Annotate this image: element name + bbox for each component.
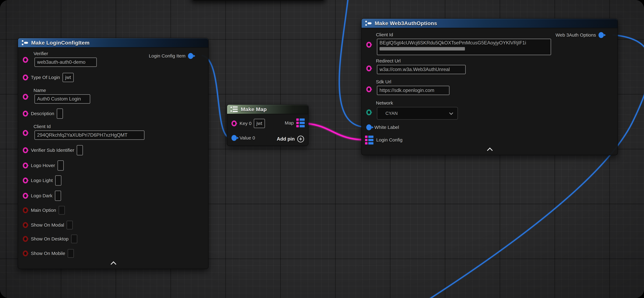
verifier-pin[interactable] — [23, 57, 28, 63]
node-title: Make LoginConfigItem — [31, 40, 90, 46]
key0-label: Key 0 — [240, 121, 252, 126]
white-label-label: White Label — [374, 125, 399, 130]
logo-hover-pin[interactable] — [23, 162, 28, 168]
main-option-checkbox[interactable] — [58, 206, 65, 214]
make-struct-icon — [22, 40, 28, 46]
name-label: Name — [34, 88, 90, 93]
logo-light-input[interactable] — [55, 175, 62, 186]
show-on-modal-label: Show On Modal — [31, 222, 64, 228]
node-make-loginconfigitem: Make LoginConfigItem Login Config Item V… — [18, 38, 208, 269]
node-title: Make Web3AuthOptions — [375, 20, 437, 26]
network-dropdown-value: CYAN — [386, 111, 398, 116]
w3a-client-id-text: BEglQSgt4cUWcj6SKRdu5QkOXTsePmMcusG5EAoy… — [380, 40, 526, 46]
node-title: Make Map — [241, 106, 267, 112]
network-pin[interactable] — [366, 110, 372, 115]
verifier-sub-identifier-pin[interactable] — [23, 147, 28, 153]
w3a-client-id-scrollbar[interactable] — [380, 47, 465, 50]
add-pin-icon[interactable]: + — [297, 136, 304, 142]
show-on-mobile-checkbox[interactable] — [68, 249, 74, 258]
add-pin-label: Add pin — [277, 136, 295, 142]
node-make-web3authoptions: Make Web3AuthOptions Web 3Auth Options C… — [361, 18, 618, 155]
logo-hover-input[interactable] — [58, 160, 64, 171]
verifier-input[interactable]: web3auth-auth0-demo — [34, 58, 97, 67]
logo-hover-label: Logo Hover — [31, 163, 55, 168]
login-config-item-output-label: Login Config Item — [149, 53, 186, 58]
redirect-url-input[interactable]: w3a://com.w3a.Web3AuthUnreal — [377, 65, 466, 74]
logo-dark-label: Logo Dark — [31, 193, 52, 198]
login-config-pin[interactable] — [365, 136, 374, 144]
logo-light-pin[interactable] — [23, 178, 28, 184]
chevron-down-icon — [449, 111, 453, 115]
show-on-mobile-pin[interactable] — [23, 250, 28, 256]
sdk-url-pin[interactable] — [366, 86, 372, 92]
type-of-login-pin[interactable] — [23, 74, 28, 80]
redirect-url-pin[interactable] — [366, 66, 372, 72]
map-output-label: Map — [285, 120, 294, 126]
web3auth-options-output-label: Web 3Auth Options — [556, 32, 596, 38]
sdk-url-label: Sdk Url — [376, 79, 450, 84]
verifier-sub-identifier-label: Verifier Sub Identifier — [31, 148, 74, 153]
node-make-map-header[interactable]: Make Map — [227, 105, 308, 114]
show-on-desktop-pin[interactable] — [23, 236, 28, 242]
login-config-label: Login Config — [376, 137, 402, 142]
client-id-input[interactable]: 294QRkchfq2YaXUbPri7D6PH7xzHgQMT — [34, 130, 144, 140]
main-option-pin[interactable] — [23, 207, 28, 213]
show-on-desktop-label: Show On Desktop — [31, 236, 68, 242]
key0-pin[interactable] — [232, 120, 237, 126]
node-make-web3authoptions-header[interactable]: Make Web3AuthOptions — [362, 19, 618, 28]
value0-label: Value 0 — [240, 135, 255, 140]
make-struct-icon — [365, 20, 372, 26]
name-input[interactable]: Auth0 Custom Login — [34, 94, 90, 104]
value0-pin[interactable] — [232, 135, 237, 141]
wire-map-to-loginconfig-glow — [305, 124, 364, 140]
show-on-modal-checkbox[interactable] — [66, 221, 73, 230]
show-on-desktop-checkbox[interactable] — [71, 234, 77, 243]
logo-dark-input[interactable] — [55, 190, 61, 201]
w3a-client-id-label: Client Id — [376, 32, 551, 38]
client-id-pin[interactable] — [23, 130, 28, 136]
offscreen-node-edge — [192, 0, 325, 0]
show-on-modal-pin[interactable] — [23, 222, 28, 228]
verifier-label: Verifier — [34, 51, 97, 56]
verifier-sub-identifier-input[interactable] — [77, 145, 83, 156]
collapse-chevron-icon[interactable] — [111, 261, 116, 267]
node-make-map: Make Map Key 0 jwt Map Value 0 Add pin + — [227, 104, 308, 146]
logo-dark-pin[interactable] — [23, 193, 28, 199]
sdk-url-input[interactable]: https://sdk.openlogin.com — [377, 86, 450, 95]
w3a-client-id-input[interactable]: BEglQSgt4cUWcj6SKRdu5QkOXTsePmMcusG5EAoy… — [377, 39, 551, 55]
description-label: Description — [31, 111, 54, 116]
show-on-mobile-label: Show On Mobile — [31, 251, 65, 256]
description-input[interactable] — [57, 108, 63, 119]
key0-input[interactable]: jwt — [254, 119, 265, 128]
client-id-label: Client Id — [34, 124, 144, 129]
web3auth-options-output-pin[interactable] — [598, 32, 604, 38]
node-make-loginconfigitem-header[interactable]: Make LoginConfigItem — [18, 38, 208, 47]
network-label: Network — [376, 100, 458, 106]
make-map-icon — [230, 106, 238, 112]
network-dropdown[interactable]: CYAN — [377, 107, 458, 120]
collapse-chevron-icon[interactable] — [487, 148, 493, 153]
main-option-label: Main Option — [31, 208, 56, 213]
type-of-login-input[interactable]: jwt — [62, 73, 74, 82]
name-pin[interactable] — [23, 94, 28, 100]
logo-light-label: Logo Light — [31, 178, 53, 183]
white-label-pin[interactable] — [366, 124, 372, 130]
type-of-login-label: Type Of Login — [31, 75, 60, 80]
login-config-item-output-pin[interactable] — [188, 53, 193, 59]
blueprint-graph-canvas[interactable]: Make LoginConfigItem Login Config Item V… — [0, 0, 644, 298]
redirect-url-label: Redirect Url — [376, 58, 466, 64]
map-output-pin[interactable] — [296, 118, 305, 127]
description-pin[interactable] — [23, 111, 28, 116]
w3a-client-id-pin[interactable] — [366, 42, 372, 48]
